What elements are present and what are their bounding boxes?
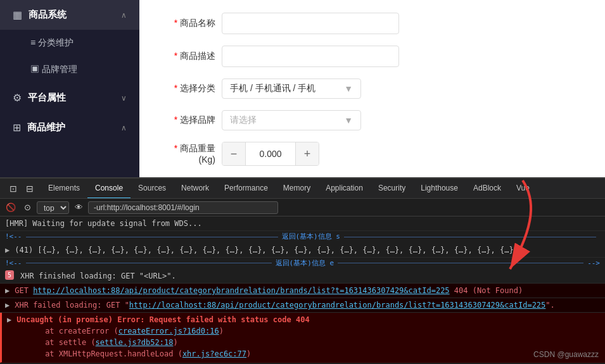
field-label-brand: 选择品牌 <box>158 115 222 126</box>
tab-console[interactable]: Console <box>87 179 131 199</box>
console-line-array: ▶ (41) [{…}, {…}, {…}, {…}, {…}, {…}, {…… <box>0 243 605 258</box>
field-label-category: 选择分类 <box>158 83 222 94</box>
console-output: [HMR] Waiting for update signal from WDS… <box>0 217 605 364</box>
sidebar-item-product-maintain[interactable]: ⊞ 商品维护 ∧ <box>0 113 139 142</box>
expand-icon3[interactable]: ▶ <box>5 299 10 311</box>
inspect-icon[interactable]: ⊡ <box>6 182 20 196</box>
devtools-icons: ⊡ ⊟ <box>3 182 41 196</box>
chevron-up-icon2: ∧ <box>121 123 127 132</box>
error-badge: 5 <box>5 270 14 280</box>
category-select[interactable]: 手机 / 手机通讯 / 手机 ▼ <box>222 78 361 99</box>
brand-select-placeholder: 请选择 <box>230 115 257 126</box>
sidebar-item-label: 平台属性 <box>28 92 115 104</box>
sidebar-item-brand[interactable]: ▣ 品牌管理 <box>0 56 139 83</box>
weight-control: − + <box>222 142 319 166</box>
xhr-fail-url-link[interactable]: http://localhost:88/api/product/category… <box>129 301 545 310</box>
xhr-url-link[interactable]: http://localhost:88/api/product/category… <box>33 286 449 295</box>
create-error-link[interactable]: createError.js?16d0:16 <box>118 327 219 336</box>
tab-network[interactable]: Network <box>174 179 217 199</box>
settle-link[interactable]: settle.js?db52:18 <box>96 338 174 347</box>
expand-icon[interactable]: ▶ <box>5 244 10 256</box>
console-line-get-404: ▶ GET http://localhost:88/api/product/ca… <box>0 284 605 298</box>
category-select-value: 手机 / 手机通讯 / 手机 <box>230 83 315 94</box>
field-label-weight: 商品重量(Kg) <box>158 143 222 165</box>
devtools-panel: ⊡ ⊟ Elements Console Sources Network Per… <box>0 177 605 364</box>
sidebar-item-category[interactable]: ≡ 分类维护 <box>0 30 139 56</box>
console-line-xhr-fail: ▶ XHR failed loading: GET "http://localh… <box>0 298 605 313</box>
brand-icon: ▣ <box>30 64 42 74</box>
tab-performance[interactable]: Performance <box>217 179 276 199</box>
clear-console-button[interactable]: 🚫 <box>4 201 18 215</box>
sidebar-item-platform[interactable]: ⚙ 平台属性 ∨ <box>0 83 139 113</box>
console-line-hmr: [HMR] Waiting for update signal from WDS… <box>0 217 605 231</box>
filter-icon[interactable]: ⊙ <box>20 201 34 215</box>
tab-lighthouse[interactable]: Lighthouse <box>413 179 466 199</box>
form-row-weight: 商品重量(Kg) − + <box>158 142 586 166</box>
separator-1: !<-- 返回(基本)信息 s <box>0 231 605 243</box>
sidebar-item-product-system[interactable]: ▦ 商品系统 ∧ <box>0 0 139 30</box>
console-line-error-block: ▶ Uncaught (in promise) Error: Request f… <box>0 313 605 363</box>
console-line-xhr-success: 5 XHR finished loading: GET "<URL>". <box>0 269 605 284</box>
field-label-desc: 商品描述 <box>158 51 222 62</box>
tab-memory[interactable]: Memory <box>276 179 318 199</box>
form-row-category: 选择分类 手机 / 手机通讯 / 手机 ▼ <box>158 78 586 99</box>
product-system-icon: ▦ <box>13 9 22 21</box>
tab-adblock[interactable]: AdBlock <box>466 179 509 199</box>
csdn-watermark: CSDN @guawazzz <box>533 350 599 359</box>
tab-elements[interactable]: Elements <box>41 179 87 199</box>
form-row-brand: 选择品牌 请选择 ▼ <box>158 110 586 130</box>
qty-decrease-button[interactable]: − <box>222 142 245 165</box>
qty-increase-button[interactable]: + <box>296 142 319 165</box>
chevron-down-icon: ∨ <box>121 94 127 103</box>
tab-security[interactable]: Security <box>371 179 413 199</box>
context-filter-select[interactable]: top <box>37 201 69 214</box>
tab-vue[interactable]: Vue <box>509 179 537 199</box>
platform-icon: ⚙ <box>13 92 22 104</box>
brand-select[interactable]: 请选择 ▼ <box>222 110 361 130</box>
product-maintain-icon: ⊞ <box>13 122 21 134</box>
tab-application[interactable]: Application <box>318 179 371 199</box>
tab-sources[interactable]: Sources <box>131 179 174 199</box>
product-desc-input[interactable] <box>222 46 399 67</box>
form-row-desc: 商品描述 <box>158 46 586 67</box>
expand-icon4[interactable]: ▶ <box>7 314 11 325</box>
xhr-handle-link[interactable]: xhr.js?ec6c:77 <box>182 349 246 358</box>
separator-2: !<-- 返回(基本)信息 e --> <box>0 258 605 270</box>
eye-icon[interactable]: 👁 <box>72 201 86 215</box>
field-label-name: 商品名称 <box>158 18 222 29</box>
chevron-down-icon2: ▼ <box>344 115 353 125</box>
separator-line <box>26 237 278 237</box>
console-toolbar: 🚫 ⊙ top 👁 <box>0 199 605 217</box>
main-content: 商品名称 商品描述 选择分类 手机 / 手机通讯 / 手机 ▼ 选择品牌 请选择… <box>139 0 605 177</box>
sidebar-item-label: 商品维护 <box>27 122 115 134</box>
console-filter-input[interactable] <box>88 201 278 214</box>
form-row-name: 商品名称 <box>158 13 586 34</box>
product-name-input[interactable] <box>222 13 399 34</box>
sidebar-item-label: 商品系统 <box>29 9 115 21</box>
separator-line4 <box>338 263 583 263</box>
category-icon: ≡ <box>30 37 38 47</box>
chevron-up-icon: ∧ <box>121 11 127 20</box>
expand-icon2[interactable]: ▶ <box>5 285 10 296</box>
weight-input[interactable] <box>245 142 296 165</box>
separator-line3 <box>26 263 272 263</box>
sidebar: ▦ 商品系统 ∧ ≡ 分类维护 ▣ 品牌管理 ⚙ 平台属性 ∨ ⊞ 商品维护 ∧ <box>0 0 139 177</box>
devtools-tabs-bar: ⊡ ⊟ Elements Console Sources Network Per… <box>0 179 605 199</box>
separator-line2 <box>344 237 596 237</box>
device-icon[interactable]: ⊟ <box>23 182 37 196</box>
chevron-down-icon: ▼ <box>344 84 353 94</box>
